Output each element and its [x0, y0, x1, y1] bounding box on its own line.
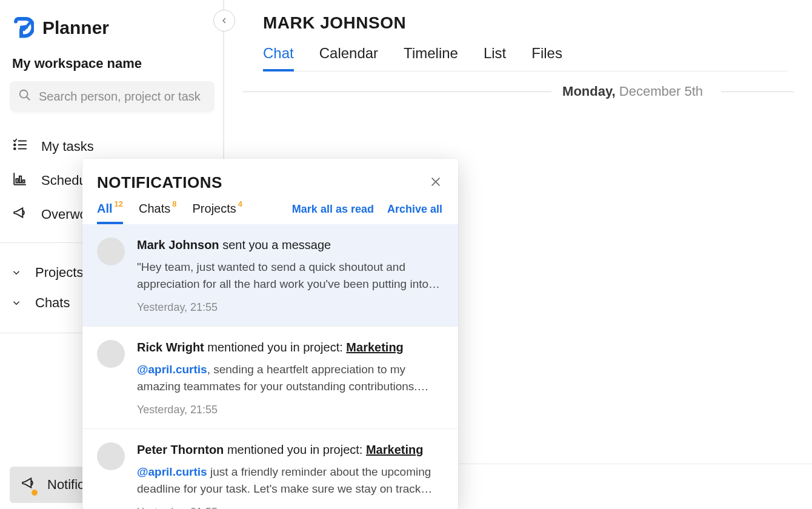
notification-timestamp: Yesterday, 21:55 — [137, 402, 444, 418]
archive-all-link[interactable]: Archive all — [387, 203, 442, 216]
popover-tab-label: Chats — [139, 202, 170, 216]
notification-list[interactable]: Mark Johnson sent you a message"Hey team… — [82, 224, 458, 509]
workspace-name: My workspace name — [10, 56, 223, 72]
notification-item[interactable]: Mark Johnson sent you a message"Hey team… — [82, 224, 458, 327]
brand: Planner — [10, 17, 223, 39]
tab-calendar[interactable]: Calendar — [319, 45, 378, 71]
close-button[interactable] — [429, 175, 442, 191]
notification-body: Rick Wright mentioned you in project: Ma… — [137, 339, 444, 418]
date-rest: December 5th — [616, 84, 703, 99]
svg-point-0 — [20, 90, 28, 98]
svg-point-6 — [14, 148, 16, 150]
checklist-icon — [12, 137, 28, 156]
mention-link[interactable]: @april.curtis — [137, 363, 207, 376]
popover-actions: Mark all as read Archive all — [292, 203, 442, 216]
notification-body: Mark Johnson sent you a message"Hey team… — [137, 236, 444, 315]
notification-item[interactable]: Rick Wright mentioned you in project: Ma… — [82, 327, 458, 429]
notification-headline: Rick Wright mentioned you in project: Ma… — [137, 339, 444, 356]
tab-chat[interactable]: Chat — [263, 45, 294, 72]
popover-tab-label: All — [97, 202, 113, 216]
brand-logo-icon — [12, 17, 34, 39]
date-day: Monday, — [562, 84, 616, 99]
notification-action: mentioned you in project: — [204, 341, 347, 354]
page-title: MARK JOHNSON — [263, 13, 788, 33]
header: MARK JOHNSON Chat Calendar Timeline List… — [224, 0, 812, 72]
megaphone-icon — [12, 205, 28, 224]
search-input[interactable] — [39, 90, 206, 104]
notification-project-link[interactable]: Marketing — [346, 341, 403, 354]
notification-action: mentioned you in project: — [224, 443, 366, 456]
popover-title: NOTIFICATIONS — [97, 173, 222, 192]
svg-rect-11 — [22, 180, 24, 182]
tab-bar: Chat Calendar Timeline List Files — [263, 45, 788, 72]
date-divider: Monday, December 5th — [242, 84, 794, 99]
notification-dot-icon — [32, 490, 38, 496]
notification-message: "Hey team, just wanted to send a quick s… — [137, 259, 444, 292]
avatar — [97, 340, 125, 368]
search-box[interactable] — [10, 81, 215, 111]
popover-tab-count: 12 — [115, 199, 123, 208]
notification-sender: Rick Wright — [137, 341, 204, 354]
search-icon — [18, 88, 32, 104]
brand-name: Planner — [42, 18, 109, 38]
svg-point-5 — [14, 144, 16, 146]
popover-tabs: All 12 Chats 8 Projects 4 — [97, 202, 242, 224]
notification-message: @april.curtis, sending a heartfelt appre… — [137, 361, 444, 394]
notification-sender: Peter Thornton — [137, 443, 224, 456]
notification-message-text: "Hey team, just wanted to send a quick s… — [137, 261, 440, 292]
mark-all-read-link[interactable]: Mark all as read — [292, 203, 374, 216]
notification-project-link[interactable]: Marketing — [366, 443, 423, 456]
chevron-down-icon — [10, 267, 23, 278]
popover-tab-all[interactable]: All 12 — [97, 202, 123, 224]
sidebar-item-label: My tasks — [41, 139, 94, 155]
notification-sender: Mark Johnson — [137, 238, 219, 251]
tab-files[interactable]: Files — [531, 45, 562, 71]
notification-headline: Mark Johnson sent you a message — [137, 236, 444, 254]
svg-rect-10 — [19, 176, 21, 183]
avatar — [97, 238, 125, 265]
notification-message: @april.curtis just a friendly reminder a… — [137, 464, 444, 497]
chevron-down-icon — [10, 298, 23, 308]
popover-tab-chats[interactable]: Chats 8 — [139, 202, 176, 224]
popover-tab-count: 8 — [172, 199, 176, 208]
sidebar-group-label: Chats — [35, 295, 70, 311]
svg-line-1 — [27, 97, 30, 101]
svg-rect-9 — [16, 179, 18, 183]
avatar — [97, 442, 125, 470]
back-button[interactable] — [213, 10, 235, 32]
notifications-popover: NOTIFICATIONS All 12 Chats 8 Projects 4 — [82, 159, 458, 509]
notification-timestamp: Yesterday, 21:55 — [137, 299, 444, 315]
notification-action: sent you a message — [219, 238, 331, 251]
notification-body: Peter Thornton mentioned you in project:… — [137, 441, 444, 509]
sidebar-group-label: Projects — [35, 265, 83, 281]
notification-timestamp: Yesterday, 21:55 — [137, 504, 444, 509]
popover-tab-projects[interactable]: Projects 4 — [193, 202, 242, 224]
tab-list[interactable]: List — [484, 45, 506, 71]
notification-headline: Peter Thornton mentioned you in project:… — [137, 441, 444, 459]
popover-tab-count: 4 — [238, 199, 242, 208]
tab-timeline[interactable]: Timeline — [404, 45, 458, 71]
mention-link[interactable]: @april.curtis — [137, 465, 207, 478]
notification-item[interactable]: Peter Thornton mentioned you in project:… — [82, 429, 458, 509]
chart-icon — [12, 171, 28, 190]
popover-tab-label: Projects — [193, 202, 236, 216]
